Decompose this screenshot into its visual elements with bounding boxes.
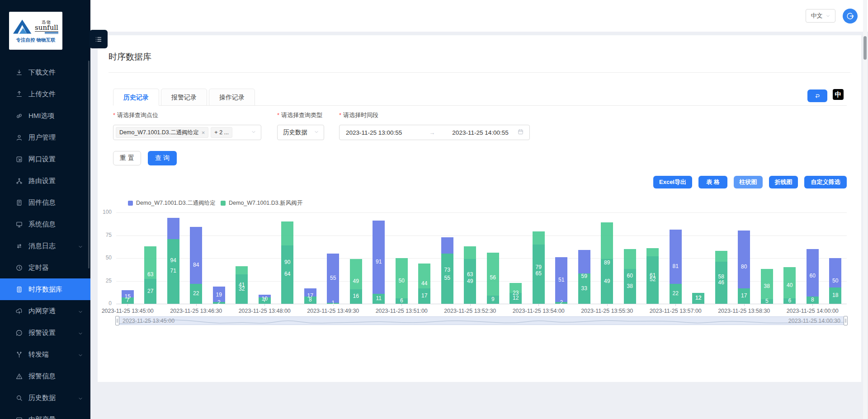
- brand-logo: 迅饶 sunfull 专注自控 物物互联: [9, 12, 62, 50]
- sidebar-item-路由设置[interactable]: 路由设置: [0, 170, 90, 192]
- datazoom-slider[interactable]: 2023-11-25 13:45:00 2023-11-25 14:00:30: [117, 316, 846, 325]
- sidebar-item-定时器[interactable]: 定时器: [0, 257, 90, 278]
- content-card: [98, 35, 861, 382]
- action-button-自定义筛选[interactable]: 自定义筛选: [804, 176, 847, 188]
- legend-item-Demo_W7.1001.D3.二通阀给定[interactable]: Demo_W7.1001.D3.二通阀给定: [128, 199, 216, 207]
- route-icon: [15, 177, 23, 185]
- sidebar-item-HMI选项[interactable]: HMI选项: [0, 105, 90, 127]
- reset-button[interactable]: 重 置: [113, 151, 141, 165]
- range-start-value[interactable]: 2023-11-25 13:00:55: [346, 129, 402, 136]
- action-button-柱状图[interactable]: 柱状图: [734, 176, 763, 188]
- sidebar-item-label: 下载文件: [28, 68, 56, 77]
- sidebar: 迅饶 sunfull 专注自控 物物互联 下载文件上传文件HMI选项用户管理网口…: [0, 0, 90, 419]
- upload-icon: [15, 90, 23, 98]
- sidebar-item-内网穿透[interactable]: 内网穿透: [0, 300, 90, 322]
- range-arrow-icon: →: [429, 129, 435, 136]
- link-icon: [15, 112, 23, 120]
- history-search-icon: [15, 394, 23, 402]
- sidebar-item-label: 时序数据库: [28, 285, 62, 294]
- timer-icon: [15, 264, 23, 272]
- message-log-icon: [15, 242, 23, 250]
- date-range-picker[interactable]: 2023-11-25 13:00:55 → 2023-11-25 14:00:5…: [339, 125, 530, 140]
- brand-lines: [45, 32, 58, 35]
- range-end-value[interactable]: 2023-11-25 14:00:55: [452, 129, 508, 136]
- chevron-down-icon: [78, 308, 83, 314]
- sidebar-item-label: 上传文件: [28, 90, 56, 99]
- user-avatar-logout-button[interactable]: [843, 9, 858, 24]
- sidebar-item-系统信息[interactable]: 系统信息: [0, 213, 90, 235]
- network-port-icon: [15, 155, 23, 163]
- alarm-settings-icon: [15, 329, 23, 337]
- sidebar-item-label: 定时器: [28, 264, 49, 272]
- sidebar-item-下载文件[interactable]: 下载文件: [0, 61, 90, 83]
- sidebar-item-历史数据[interactable]: 历史数据: [0, 387, 90, 409]
- sidebar-item-报警信息[interactable]: 报警信息: [0, 365, 90, 387]
- sidebar-item-消息日志[interactable]: 消息日志: [0, 235, 90, 257]
- cloud-upload-icon: [15, 307, 23, 315]
- type-select-label: *请选择查询类型: [277, 111, 322, 119]
- menu-list-icon: [94, 35, 103, 44]
- calendar-icon: [517, 128, 524, 137]
- chevron-down-icon: [826, 14, 830, 19]
- chevron-down-icon: [78, 330, 83, 335]
- forward-icon: [15, 351, 23, 358]
- variable-icon: [15, 416, 23, 419]
- chevron-down-icon: [251, 128, 256, 137]
- tab-操作记录[interactable]: 操作记录: [209, 89, 255, 106]
- database-icon: [15, 286, 23, 293]
- action-button-表 格[interactable]: 表 格: [698, 176, 727, 188]
- tag-remove-icon[interactable]: ×: [202, 129, 205, 136]
- sidebar-item-用户管理[interactable]: 用户管理: [0, 127, 90, 148]
- legend-item-Demo_W7.1001.D3.新风阀开[interactable]: Demo_W7.1001.D3.新风阀开: [221, 199, 302, 207]
- panel-collapse-button[interactable]: [807, 89, 827, 102]
- sidebar-item-内部变量[interactable]: 内部变量: [0, 409, 90, 419]
- legend-swatch: [221, 201, 226, 206]
- selected-point-tag: Demo_W7.1001.D3.二通阀给定 ×: [116, 127, 208, 138]
- sidebar-item-网口设置[interactable]: 网口设置: [0, 148, 90, 170]
- language-select[interactable]: 中文: [806, 9, 835, 23]
- download-icon: [15, 69, 23, 76]
- action-button-折线图[interactable]: 折线图: [769, 176, 798, 188]
- datazoom-right-handle[interactable]: [844, 316, 848, 325]
- sidebar-item-时序数据库[interactable]: 时序数据库: [0, 278, 90, 300]
- sidebar-item-label: 消息日志: [28, 242, 56, 250]
- sidebar-item-label: 内网穿透: [28, 307, 56, 315]
- language-select-value: 中文: [811, 12, 823, 20]
- page-scrollbar[interactable]: [863, 0, 867, 419]
- system-icon: [15, 221, 23, 228]
- page-scrollbar-thumb[interactable]: [863, 36, 867, 60]
- sidebar-item-label: 内部变量: [28, 415, 56, 419]
- required-asterisk: *: [339, 112, 341, 118]
- datazoom-preview-curve: [117, 317, 846, 325]
- tab-bar: 历史记录报警记录操作记录: [113, 89, 847, 106]
- sidebar-item-上传文件[interactable]: 上传文件: [0, 83, 90, 105]
- required-asterisk: *: [113, 112, 115, 118]
- tab-报警记录[interactable]: 报警记录: [161, 89, 207, 106]
- sidebar-item-label: 用户管理: [28, 133, 56, 142]
- page-title: 时序数据库: [108, 51, 151, 63]
- sidebar-item-label: 网口设置: [28, 155, 56, 164]
- sidebar-collapse-button[interactable]: [90, 30, 108, 48]
- divider: [108, 72, 850, 73]
- sidebar-item-label: HMI选项: [28, 112, 55, 120]
- type-select-value: 历史数据: [283, 128, 307, 137]
- sidebar-scrollbar[interactable]: [88, 61, 90, 268]
- type-select[interactable]: 历史数据: [277, 125, 324, 140]
- legend-label: Demo_W7.1001.D3.新风阀开: [229, 199, 302, 207]
- point-multiselect[interactable]: Demo_W7.1001.D3.二通阀给定 × + 2 ...: [113, 125, 261, 140]
- action-button-Excel导出[interactable]: Excel导出: [653, 176, 692, 188]
- warning-icon: [15, 372, 23, 380]
- sidebar-item-转发端[interactable]: 转发端: [0, 344, 90, 365]
- sidebar-item-报警设置[interactable]: 报警设置: [0, 322, 90, 344]
- datazoom-left-handle[interactable]: [115, 316, 119, 325]
- sidebar-item-label: 系统信息: [28, 220, 56, 229]
- query-button[interactable]: 查 询: [148, 151, 177, 165]
- more-points-tag: + 2 ...: [211, 127, 232, 138]
- sidebar-item-固件信息[interactable]: 固件信息: [0, 192, 90, 213]
- sidebar-item-label: 转发端: [28, 350, 49, 359]
- user-icon: [15, 134, 23, 141]
- tab-历史记录[interactable]: 历史记录: [113, 89, 159, 106]
- translate-toggle-button[interactable]: 中: [833, 89, 844, 100]
- sidebar-menu: 下载文件上传文件HMI选项用户管理网口设置路由设置固件信息系统信息消息日志 定时…: [0, 61, 90, 419]
- logout-icon: [846, 12, 854, 20]
